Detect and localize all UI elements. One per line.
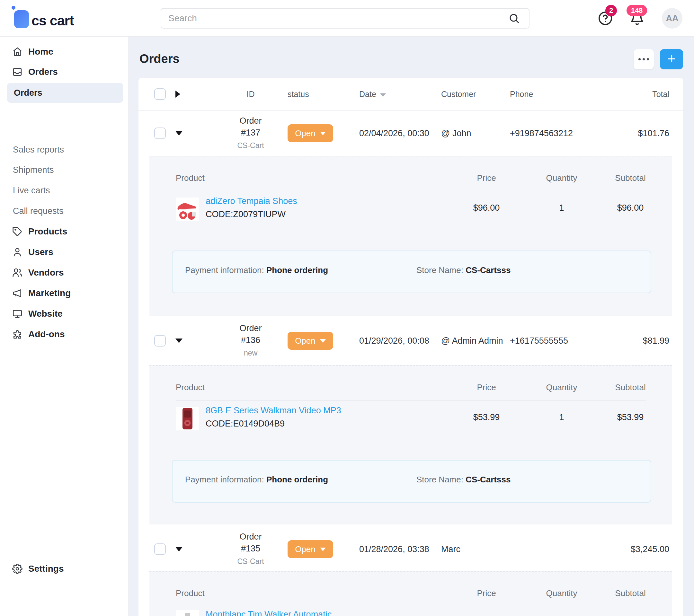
product-link[interactable]: 8GB E Series Walkman Video MP3 [206, 406, 341, 416]
product-image-watch [176, 610, 199, 616]
sidebar-subitem-call-requests[interactable]: Call requests [0, 204, 129, 218]
product-link[interactable]: Montblanc Tim Walker Automatic [206, 610, 332, 616]
header-date[interactable]: Date [359, 90, 438, 99]
add-order-button[interactable]: + [660, 49, 683, 69]
monitor-icon [12, 309, 22, 319]
header-phone: Phone [510, 90, 584, 99]
product-code: CODE:Z0079TIUPW [206, 209, 286, 219]
detail-header-quantity: Quantity [536, 589, 587, 598]
detail-header-price: Price [461, 382, 512, 392]
status-dropdown-button[interactable]: Open [288, 332, 333, 350]
order-135-details: Product Price Quantity Subtotal Montblan… [149, 571, 672, 616]
detail-header-subtotal: Subtotal [605, 173, 656, 183]
payment-information: Payment information: Phone ordering [185, 265, 328, 275]
user-icon [12, 247, 22, 257]
product-quantity: 1 [536, 203, 587, 213]
order-id-subtext: CS-Cart [222, 556, 279, 567]
product-subtotal: $96.00 [605, 203, 656, 213]
sidebar-item-home[interactable]: Home [0, 44, 129, 59]
top-bar: cs cart 2 148 AA [0, 0, 694, 37]
detail-header-product: Product [176, 173, 205, 183]
chevron-down-icon [320, 339, 326, 343]
order-id-subtext: CS-Cart [222, 140, 279, 152]
order-customer[interactable]: @ Admin Admin [441, 334, 504, 347]
product-link[interactable]: adiZero Tempaia Shoes [206, 196, 297, 206]
logo-square-icon [14, 10, 29, 28]
header-total: Total [652, 90, 669, 99]
sidebar-item-addons[interactable]: Add-ons [0, 327, 129, 342]
order-137-details: Product Price Quantity Subtotal adiZero … [149, 156, 672, 316]
sidebar-item-vendors[interactable]: Vendors [0, 265, 129, 280]
chevron-down-icon [320, 547, 326, 551]
product-price: $53.99 [461, 412, 512, 422]
detail-header-subtotal: Subtotal [605, 589, 656, 598]
detail-header-price: Price [461, 589, 512, 598]
status-dropdown-button[interactable]: Open [288, 124, 333, 142]
cs-cart-logo[interactable]: cs cart [12, 4, 76, 35]
order-customer[interactable]: Marc [441, 544, 504, 554]
page-title: Orders [140, 52, 180, 66]
more-dots-icon [638, 58, 641, 60]
order-phone: +16175555555 [510, 336, 584, 346]
row-checkbox[interactable] [154, 335, 166, 347]
sidebar-subitem-sales-reports[interactable]: Sales reports [0, 142, 129, 157]
store-name: Store Name: CS-Cartsss [416, 475, 511, 485]
order-row-136: Order #136 new Open 01/29/2026, 00:08 @ … [139, 316, 683, 365]
row-checkbox[interactable] [154, 543, 166, 555]
sidebar-item-products[interactable]: Products [0, 224, 129, 239]
help-badge: 2 [605, 5, 617, 16]
order-customer[interactable]: @ John [441, 129, 504, 138]
sidebar-item-users[interactable]: Users [0, 245, 129, 260]
puzzle-icon [12, 329, 22, 339]
collapse-row-icon[interactable] [176, 131, 182, 135]
header-id: ID [222, 90, 279, 99]
header-customer: Customer [441, 90, 504, 99]
product-code: CODE:E0149D04B9 [206, 419, 285, 429]
sidebar-item-settings[interactable]: Settings [0, 561, 129, 576]
search-input[interactable] [161, 8, 529, 29]
search-icon[interactable] [508, 13, 520, 24]
sidebar-subitem-shipments[interactable]: Shipments [0, 163, 129, 177]
order-date: 02/04/2026, 00:30 [359, 129, 438, 138]
order-id[interactable]: Order #137 CS-Cart [222, 115, 279, 152]
status-dropdown-button[interactable]: Open [288, 540, 333, 558]
sidebar-item-website[interactable]: Website [0, 306, 129, 321]
logo-text: cs cart [32, 13, 74, 29]
divider [176, 400, 646, 400]
orders-table-header: ID status Date Customer Phone Total [139, 78, 683, 111]
order-total: $101.76 [638, 129, 669, 138]
payment-info-box: Payment information: Phone ordering Stor… [172, 460, 651, 503]
expand-all-icon[interactable] [176, 91, 180, 98]
sidebar-item-marketing[interactable]: Marketing [0, 286, 129, 301]
collapse-row-icon[interactable] [176, 547, 182, 552]
user-avatar[interactable]: AA [662, 8, 682, 29]
select-all-checkbox[interactable] [154, 88, 166, 100]
divider [176, 606, 646, 606]
sidebar-subitem-live-carts[interactable]: Live carts [0, 183, 129, 198]
order-date: 01/28/2026, 03:38 [359, 544, 438, 554]
order-id-subtext: new [222, 347, 279, 359]
row-checkbox[interactable] [154, 128, 166, 139]
order-row-137: Order #137 CS-Cart Open 02/04/2026, 00:3… [139, 111, 683, 156]
detail-header-quantity: Quantity [536, 382, 587, 392]
chevron-down-icon [320, 132, 326, 135]
order-136-details: Product Price Quantity Subtotal 8GB E Se… [149, 365, 672, 524]
sidebar-item-orders[interactable]: Orders [0, 64, 129, 79]
notifications-badge: 148 [626, 5, 647, 16]
order-id[interactable]: Order #135 CS-Cart [222, 531, 279, 567]
detail-header-product: Product [176, 589, 205, 598]
order-phone: +919874563212 [510, 129, 584, 138]
order-id[interactable]: Order #136 new [222, 322, 279, 359]
store-name: Store Name: CS-Cartsss [416, 265, 511, 275]
detail-header-product: Product [176, 382, 205, 392]
users-icon [12, 267, 22, 278]
product-image-shoes [176, 198, 199, 221]
sidebar-subitem-orders-selected[interactable]: Orders [7, 83, 123, 103]
collapse-row-icon[interactable] [176, 338, 182, 343]
megaphone-icon [12, 288, 22, 298]
more-actions-button[interactable] [634, 49, 654, 69]
detail-header-price: Price [461, 173, 512, 183]
order-row-135: Order #135 CS-Cart Open 01/28/2026, 03:3… [139, 524, 683, 574]
global-search [161, 8, 529, 29]
header-status: status [288, 90, 309, 99]
